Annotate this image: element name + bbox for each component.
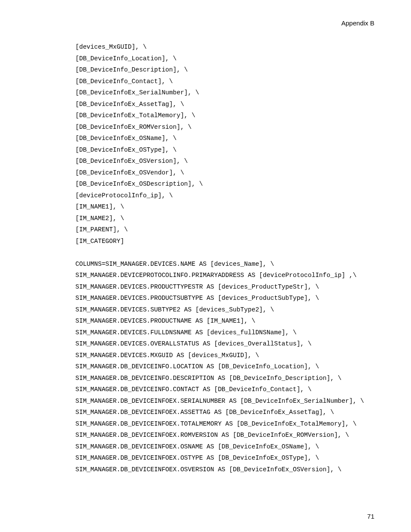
page-number: 71 bbox=[367, 513, 374, 520]
code-block: [devices_MxGUID], \ [DB_DeviceInfo_Locat… bbox=[75, 41, 374, 475]
page-header: Appendix B bbox=[341, 19, 374, 27]
